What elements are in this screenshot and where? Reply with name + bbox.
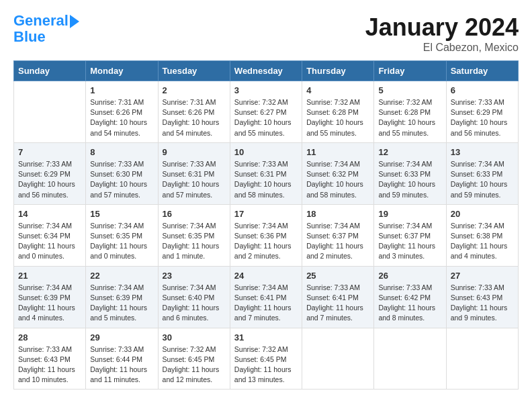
- day-info: Sunrise: 7:34 AM Sunset: 6:39 PM Dayligh…: [90, 283, 153, 324]
- day-number: 19: [378, 209, 441, 219]
- logo-arrow-icon: [70, 15, 79, 28]
- calendar-week-row: 7Sunrise: 7:33 AM Sunset: 6:29 PM Daylig…: [14, 142, 519, 204]
- day-info: Sunrise: 7:33 AM Sunset: 6:31 PM Dayligh…: [234, 159, 298, 200]
- calendar-cell: 19Sunrise: 7:34 AM Sunset: 6:37 PM Dayli…: [374, 204, 446, 266]
- calendar-cell: 29Sunrise: 7:33 AM Sunset: 6:44 PM Dayli…: [86, 328, 158, 390]
- day-info: Sunrise: 7:33 AM Sunset: 6:43 PM Dayligh…: [451, 283, 514, 324]
- day-info: Sunrise: 7:31 AM Sunset: 6:26 PM Dayligh…: [90, 97, 153, 138]
- day-info: Sunrise: 7:34 AM Sunset: 6:41 PM Dayligh…: [234, 283, 298, 324]
- calendar-cell: 7Sunrise: 7:33 AM Sunset: 6:29 PM Daylig…: [14, 142, 86, 204]
- day-info: Sunrise: 7:34 AM Sunset: 6:38 PM Dayligh…: [451, 221, 514, 262]
- day-info: Sunrise: 7:34 AM Sunset: 6:37 PM Dayligh…: [378, 221, 441, 262]
- day-number: 27: [451, 271, 514, 281]
- day-number: 31: [234, 332, 298, 342]
- calendar-cell: 3Sunrise: 7:32 AM Sunset: 6:27 PM Daylig…: [230, 81, 302, 143]
- month-title: January 2024: [365, 13, 519, 42]
- calendar-week-row: 1Sunrise: 7:31 AM Sunset: 6:26 PM Daylig…: [14, 81, 519, 143]
- day-number: 16: [163, 209, 226, 219]
- calendar-cell: 6Sunrise: 7:33 AM Sunset: 6:29 PM Daylig…: [446, 81, 518, 143]
- header-saturday: Saturday: [446, 61, 518, 81]
- day-number: 22: [90, 271, 153, 281]
- day-info: Sunrise: 7:34 AM Sunset: 6:33 PM Dayligh…: [378, 159, 441, 200]
- day-info: Sunrise: 7:33 AM Sunset: 6:29 PM Dayligh…: [451, 97, 514, 138]
- day-number: 11: [306, 147, 369, 157]
- header-monday: Monday: [86, 61, 158, 81]
- calendar-week-row: 21Sunrise: 7:34 AM Sunset: 6:39 PM Dayli…: [14, 266, 519, 328]
- day-info: Sunrise: 7:34 AM Sunset: 6:37 PM Dayligh…: [306, 221, 369, 262]
- day-number: 6: [451, 85, 514, 95]
- day-info: Sunrise: 7:33 AM Sunset: 6:42 PM Dayligh…: [378, 283, 441, 324]
- calendar-cell: 23Sunrise: 7:34 AM Sunset: 6:40 PM Dayli…: [158, 266, 230, 328]
- calendar-cell: 27Sunrise: 7:33 AM Sunset: 6:43 PM Dayli…: [446, 266, 518, 328]
- day-number: 2: [163, 85, 226, 95]
- day-info: Sunrise: 7:33 AM Sunset: 6:43 PM Dayligh…: [18, 345, 81, 385]
- day-number: 17: [234, 209, 298, 219]
- day-number: 30: [163, 332, 226, 342]
- calendar-header-row: SundayMondayTuesdayWednesdayThursdayFrid…: [14, 61, 519, 81]
- calendar-cell: [302, 328, 374, 390]
- calendar-cell: 25Sunrise: 7:33 AM Sunset: 6:41 PM Dayli…: [302, 266, 374, 328]
- header-tuesday: Tuesday: [158, 61, 230, 81]
- day-number: 14: [18, 209, 81, 219]
- day-info: Sunrise: 7:34 AM Sunset: 6:40 PM Dayligh…: [163, 283, 226, 324]
- calendar-cell: 10Sunrise: 7:33 AM Sunset: 6:31 PM Dayli…: [230, 142, 302, 204]
- day-info: Sunrise: 7:34 AM Sunset: 6:33 PM Dayligh…: [451, 159, 514, 200]
- calendar-week-row: 28Sunrise: 7:33 AM Sunset: 6:43 PM Dayli…: [14, 328, 519, 390]
- day-number: 7: [18, 147, 81, 157]
- day-info: Sunrise: 7:31 AM Sunset: 6:26 PM Dayligh…: [163, 97, 226, 138]
- day-info: Sunrise: 7:32 AM Sunset: 6:28 PM Dayligh…: [306, 97, 369, 138]
- day-number: 24: [234, 271, 298, 281]
- calendar-cell: 21Sunrise: 7:34 AM Sunset: 6:39 PM Dayli…: [14, 266, 86, 328]
- calendar-cell: 30Sunrise: 7:32 AM Sunset: 6:45 PM Dayli…: [158, 328, 230, 390]
- header-wednesday: Wednesday: [230, 61, 302, 81]
- day-info: Sunrise: 7:33 AM Sunset: 6:30 PM Dayligh…: [90, 159, 153, 200]
- calendar-cell: 24Sunrise: 7:34 AM Sunset: 6:41 PM Dayli…: [230, 266, 302, 328]
- day-info: Sunrise: 7:33 AM Sunset: 6:29 PM Dayligh…: [18, 159, 81, 200]
- day-number: 29: [90, 332, 153, 342]
- day-info: Sunrise: 7:32 AM Sunset: 6:28 PM Dayligh…: [378, 97, 441, 138]
- day-info: Sunrise: 7:34 AM Sunset: 6:34 PM Dayligh…: [18, 221, 81, 262]
- day-number: 8: [90, 147, 153, 157]
- day-number: 5: [378, 85, 441, 95]
- day-number: 4: [306, 85, 369, 95]
- header-thursday: Thursday: [302, 61, 374, 81]
- day-info: Sunrise: 7:32 AM Sunset: 6:27 PM Dayligh…: [234, 97, 298, 138]
- calendar-cell: 28Sunrise: 7:33 AM Sunset: 6:43 PM Dayli…: [14, 328, 86, 390]
- day-number: 9: [163, 147, 226, 157]
- day-info: Sunrise: 7:34 AM Sunset: 6:32 PM Dayligh…: [306, 159, 369, 200]
- calendar-cell: 26Sunrise: 7:33 AM Sunset: 6:42 PM Dayli…: [374, 266, 446, 328]
- day-info: Sunrise: 7:32 AM Sunset: 6:45 PM Dayligh…: [234, 345, 298, 385]
- day-number: 13: [451, 147, 514, 157]
- day-number: 10: [234, 147, 298, 157]
- calendar-cell: 16Sunrise: 7:34 AM Sunset: 6:35 PM Dayli…: [158, 204, 230, 266]
- day-number: 21: [18, 271, 81, 281]
- calendar-cell: 18Sunrise: 7:34 AM Sunset: 6:37 PM Dayli…: [302, 204, 374, 266]
- calendar-cell: 20Sunrise: 7:34 AM Sunset: 6:38 PM Dayli…: [446, 204, 518, 266]
- header-friday: Friday: [374, 61, 446, 81]
- day-info: Sunrise: 7:34 AM Sunset: 6:35 PM Dayligh…: [90, 221, 153, 262]
- day-number: 25: [306, 271, 369, 281]
- page-header: General Blue January 2024 El Cabezon, Me…: [13, 13, 519, 54]
- day-number: 20: [451, 209, 514, 219]
- calendar-cell: 12Sunrise: 7:34 AM Sunset: 6:33 PM Dayli…: [374, 142, 446, 204]
- calendar-cell: 15Sunrise: 7:34 AM Sunset: 6:35 PM Dayli…: [86, 204, 158, 266]
- calendar-cell: 2Sunrise: 7:31 AM Sunset: 6:26 PM Daylig…: [158, 81, 230, 143]
- day-number: 3: [234, 85, 298, 95]
- day-info: Sunrise: 7:32 AM Sunset: 6:45 PM Dayligh…: [163, 345, 226, 385]
- day-info: Sunrise: 7:34 AM Sunset: 6:36 PM Dayligh…: [234, 221, 298, 262]
- day-info: Sunrise: 7:34 AM Sunset: 6:39 PM Dayligh…: [18, 283, 81, 324]
- day-number: 18: [306, 209, 369, 219]
- calendar-cell: 5Sunrise: 7:32 AM Sunset: 6:28 PM Daylig…: [374, 81, 446, 143]
- day-info: Sunrise: 7:33 AM Sunset: 6:44 PM Dayligh…: [90, 345, 153, 385]
- day-number: 15: [90, 209, 153, 219]
- calendar-cell: 9Sunrise: 7:33 AM Sunset: 6:31 PM Daylig…: [158, 142, 230, 204]
- header-sunday: Sunday: [14, 61, 86, 81]
- logo: General Blue: [13, 13, 79, 44]
- day-info: Sunrise: 7:34 AM Sunset: 6:35 PM Dayligh…: [163, 221, 226, 262]
- calendar-cell: 11Sunrise: 7:34 AM Sunset: 6:32 PM Dayli…: [302, 142, 374, 204]
- calendar-cell: 31Sunrise: 7:32 AM Sunset: 6:45 PM Dayli…: [230, 328, 302, 390]
- calendar-cell: [446, 328, 518, 390]
- title-block: January 2024 El Cabezon, Mexico: [365, 13, 519, 54]
- location-title: El Cabezon, Mexico: [365, 42, 519, 54]
- logo-text2: Blue: [13, 30, 46, 44]
